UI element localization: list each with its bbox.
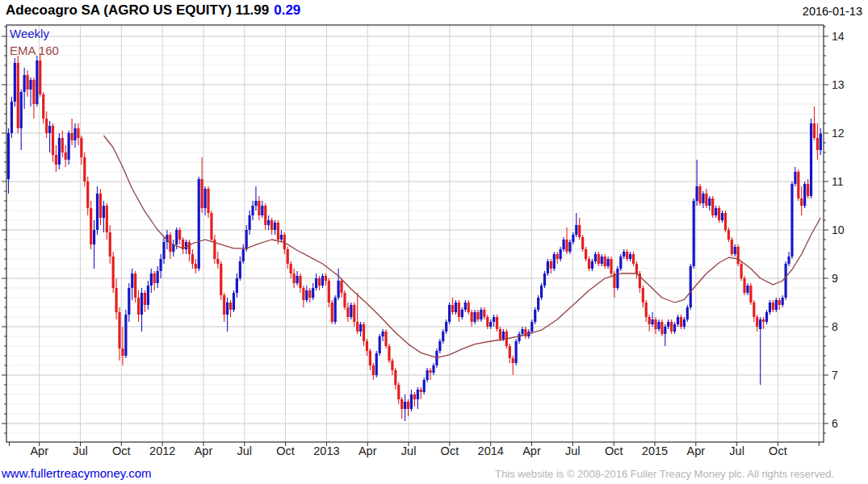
svg-text:10: 10 [832,223,845,236]
svg-text:Oct: Oct [769,444,787,457]
y-axis-labels: 67891011121314 [832,30,845,430]
candles-layer [7,53,822,421]
x-grid [40,25,820,442]
timeframe-label: Weekly [10,27,49,40]
svg-text:Oct: Oct [605,444,623,457]
ema-line [103,136,820,357]
svg-text:7: 7 [832,369,838,382]
svg-text:14: 14 [832,30,845,43]
copyright-notice: This website is © 2008-2016 Fuller Treac… [495,468,834,480]
price-change: 0.29 [274,2,300,18]
instrument-title: Adecoagro SA (AGRO US EQUITY) 11.99 [6,2,269,18]
axis-ticks [2,27,828,446]
as-of-date: 2016-01-13 [803,5,862,18]
svg-text:Jul: Jul [73,444,88,457]
svg-text:Apr: Apr [687,444,706,457]
svg-text:13: 13 [832,78,845,91]
svg-text:Apr: Apr [30,444,48,457]
chart-border [6,25,824,442]
ema-legend-label: EMA 160 [10,44,59,57]
svg-text:Oct: Oct [441,444,459,457]
svg-text:11: 11 [832,175,844,188]
svg-text:2013: 2013 [313,444,339,457]
svg-text:Jul: Jul [565,444,581,457]
chart-window: 67891011121314AprJulOct2012AprJulOct2013… [0,0,868,484]
svg-text:Oct: Oct [112,444,131,457]
svg-text:6: 6 [832,417,838,430]
price-chart: 67891011121314AprJulOct2012AprJulOct2013… [0,0,868,484]
svg-text:12: 12 [832,127,845,140]
svg-text:2015: 2015 [642,444,668,457]
svg-text:8: 8 [832,320,838,333]
svg-text:2014: 2014 [478,444,504,457]
svg-text:Apr: Apr [359,444,377,457]
svg-text:9: 9 [832,272,838,285]
svg-text:Jul: Jul [729,444,744,457]
svg-text:Jul: Jul [401,444,417,457]
x-axis-labels: AprJulOct2012AprJulOct2013AprJulOct2014A… [30,444,786,457]
page-title: Adecoagro SA (AGRO US EQUITY) 11.990.29 [6,2,300,19]
footer-website-link[interactable]: www.fullertreacymoney.com [2,466,152,480]
svg-text:Oct: Oct [276,444,295,457]
svg-text:Apr: Apr [522,444,541,457]
svg-text:Jul: Jul [237,444,253,457]
svg-text:Apr: Apr [195,444,213,457]
svg-text:2012: 2012 [149,444,175,457]
